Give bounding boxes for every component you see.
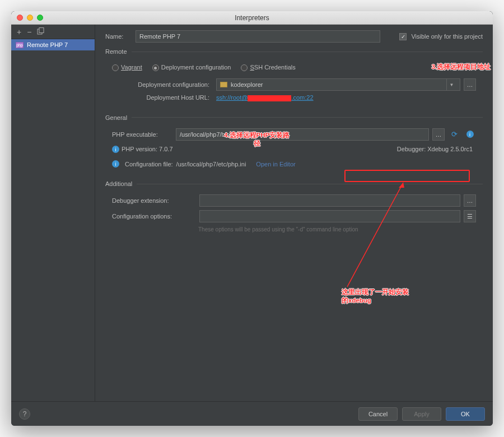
minimize-icon[interactable] [27,15,33,21]
help-button[interactable]: ? [19,408,30,420]
version-label: iPHP version: 7.0.7 [112,146,173,154]
radio-ssh[interactable]: SSH Credentials [241,64,295,71]
apply-button[interactable]: Apply [402,407,441,421]
details-panel: Name: ✓ Visible only for this project Re… [95,25,493,401]
reload-icon[interactable]: ⟳ [448,128,460,141]
deploy-config-browse-button[interactable]: … [464,78,476,91]
svg-rect-1 [39,27,44,32]
name-input[interactable] [136,30,380,43]
titlebar: Interpreters [11,11,493,25]
exec-input[interactable] [176,128,429,141]
open-in-editor-link[interactable]: Open in Editor [256,161,295,168]
radio-deployment[interactable]: Deployment configuration [152,64,231,71]
opts-hint: These options will be passed using the "… [105,224,483,233]
additional-legend: Additional [105,180,137,187]
remote-type-radios: Vagrant Deployment configuration SSH Cre… [105,61,483,77]
deploy-config-value: kodexplorer [231,81,263,88]
version-row: iPHP version: 7.0.7 Debugger: Xdebug 2.5… [105,142,483,155]
ext-browse-button[interactable]: … [464,194,476,207]
ext-row: Debugger extension: … [105,193,483,208]
additional-section: Additional Debugger extension: … Configu… [105,180,483,233]
dialog-window: Interpreters + − php Remote PHP 7 Name: … [11,11,493,426]
ok-button[interactable]: OK [446,407,485,421]
name-label: Name: [105,33,131,40]
zoom-icon[interactable] [37,15,43,21]
deploy-config-label: Deployment configuration: [112,81,213,88]
general-section: General PHP executable: … ⟳ i iPHP versi… [105,114,483,170]
annotation-5: 这里出现了一开始安装的xdebug [342,288,409,305]
conf-label: Configuration file: [125,161,173,168]
remote-section: Remote Vagrant Deployment configuration … [105,48,483,103]
name-row: Name: ✓ Visible only for this project [105,30,483,43]
remote-legend: Remote [105,48,132,55]
debugger-label: Debugger: Xdebug 2.5.0rc1 [397,146,476,152]
opts-row: Configuration options: ☰ [105,208,483,224]
ext-input[interactable] [199,194,460,207]
exec-browse-button[interactable]: … [432,128,445,141]
info-icon: i [112,146,119,153]
close-icon[interactable] [17,15,23,21]
php-icon: php [16,42,24,48]
window-title: Interpreters [11,14,493,22]
exec-row: PHP executable: … ⟳ i [105,127,483,142]
remove-button[interactable]: − [27,27,31,36]
deploy-host-row: Deployment Host URL: ssh://root@.com:22 [105,92,483,103]
info-icon[interactable]: i [464,128,476,141]
conf-value: /usr/local/php7/etc/php.ini [176,161,246,168]
folder-icon [220,82,227,87]
deploy-config-select[interactable]: kodexplorer ▼ [216,78,460,91]
interpreter-label: Remote PHP 7 [27,41,68,48]
window-controls [17,15,43,21]
cancel-button[interactable]: Cancel [358,407,398,421]
opts-edit-button[interactable]: ☰ [464,210,476,222]
add-button[interactable]: + [17,27,21,36]
radio-vagrant[interactable]: Vagrant [112,64,142,71]
interpreter-list-item[interactable]: php Remote PHP 7 [11,39,95,50]
dialog-footer: ? Cancel Apply OK [11,401,493,426]
list-toolbar: + − [11,25,95,39]
annotation-4: 4.选择远程PHP安装路径 [224,131,290,148]
deploy-host-label: Deployment Host URL: [112,94,213,101]
info-icon: i [112,160,119,168]
visible-checkbox[interactable]: ✓ [399,33,407,40]
general-legend: General [105,114,132,121]
redaction-bar [248,95,291,101]
exec-label: PHP executable: [112,131,172,138]
conf-row: i Configuration file: /usr/local/php7/et… [105,155,483,169]
copy-button[interactable] [37,27,44,36]
annotation-3: 3.选择远程项目地址 [431,63,491,71]
deploy-config-row: Deployment configuration: kodexplorer ▼ … [105,77,483,92]
ext-label: Debugger extension: [112,197,196,204]
interpreter-list-panel: + − php Remote PHP 7 [11,25,95,401]
visible-label: Visible only for this project [411,33,483,40]
opts-label: Configuration options: [112,213,196,220]
deploy-host-link[interactable]: ssh://root@.com:22 [216,94,314,101]
opts-input[interactable] [199,210,460,222]
dialog-body: + − php Remote PHP 7 Name: ✓ Visible onl… [11,25,493,401]
chevron-down-icon: ▼ [446,79,456,90]
